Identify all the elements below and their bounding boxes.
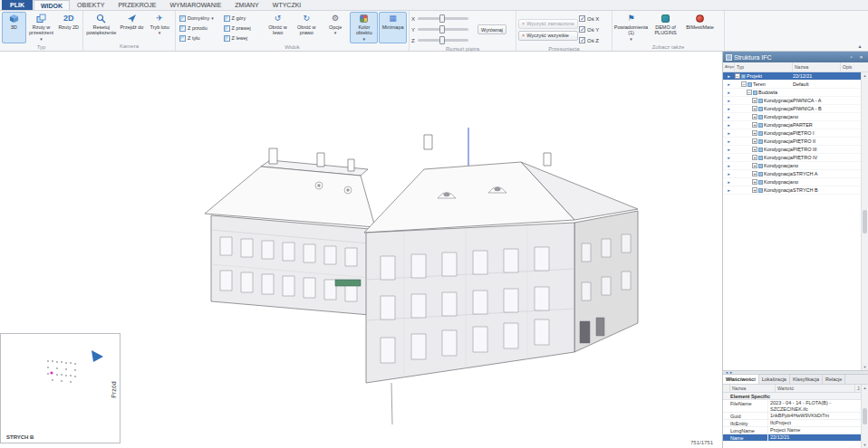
tab-plik[interactable]: PLIK <box>2 0 33 10</box>
tree-row-kondygnacja[interactable]: ▸ +Kondygnacja PIĘTRO III <box>723 146 868 154</box>
expand-node-icon[interactable]: + <box>752 147 757 152</box>
collapse-node-icon[interactable]: − <box>741 81 747 87</box>
column-prop-wartosc[interactable]: Wartość <box>776 385 855 392</box>
row-arrow-icon[interactable]: ▸ <box>723 106 735 111</box>
column-aktywne[interactable]: Aktywne <box>723 62 735 71</box>
clear-all-button[interactable]: × Wyczyść wszystkie <box>518 31 578 41</box>
view-top-button[interactable]: Z góry <box>222 14 264 23</box>
property-row-longname[interactable]: LongName Project Name <box>723 427 868 434</box>
properties-scrollbar[interactable]: ▲ ▼ <box>861 385 868 448</box>
expand-node-icon[interactable]: + <box>752 171 757 176</box>
minimap[interactable]: Przód STRYCH B <box>0 333 121 443</box>
spread-x-slider[interactable] <box>418 17 468 20</box>
spread-z-slider[interactable] <box>418 39 468 42</box>
rotate-left-button[interactable]: ↺ Obróć w lewo <box>264 12 292 43</box>
bimestimate-button[interactable]: BIMestiMate <box>683 12 717 43</box>
expand-node-icon[interactable]: + <box>752 187 757 193</box>
row-arrow-icon[interactable]: ▸ <box>723 130 735 136</box>
tab-lokalizacja[interactable]: Lokalizacja <box>759 375 790 384</box>
expand-node-icon[interactable]: + <box>752 138 757 144</box>
row-arrow-icon[interactable]: ▸ <box>723 114 735 119</box>
collapse-node-icon[interactable]: − <box>735 73 740 79</box>
notifications-button[interactable]: ⚑ Powiadomienia (1) ▾ <box>614 12 648 43</box>
column-opis[interactable]: Opis <box>841 62 868 71</box>
column-nazwa[interactable]: Nazwa <box>793 62 841 71</box>
tree-row-kondygnacja[interactable]: ▸ +Kondygnacja PIĘTRO IV <box>723 154 868 162</box>
structure-scrollbar[interactable]: ▲ ▼ <box>861 72 868 370</box>
tree-row-kondygnacja[interactable]: ▸ +Kondygnacja PIWNICA - B <box>723 105 868 113</box>
tree-row-kondygnacja[interactable]: ▸ +Kondygnacja no <box>723 162 868 170</box>
slider-thumb[interactable] <box>439 36 445 44</box>
view-3d-button[interactable]: 3D <box>2 12 26 43</box>
views-2d-button[interactable]: 2D Rzuty 2D <box>56 12 81 43</box>
view-left-button[interactable]: Z lewej <box>222 33 264 43</box>
row-arrow-icon[interactable]: ▸ <box>723 163 735 168</box>
tree-row-kondygnacja[interactable]: ▸ +Kondygnacja STRYCH B <box>723 186 868 195</box>
row-arrow-icon[interactable]: ▸ <box>723 98 735 103</box>
view-front-button[interactable]: Z przodu <box>178 24 221 33</box>
view-back-button[interactable]: Z tyłu <box>178 33 221 43</box>
tree-row-projekt[interactable]: ▸ −Projekt 22/12/21 <box>723 72 868 81</box>
expand-node-icon[interactable]: + <box>752 98 757 103</box>
tree-row-kondygnacja[interactable]: ▸ +Kondygnacja PIWNICA - A <box>723 97 868 105</box>
tree-row-kondygnacja[interactable]: ▸ +Kondygnacja no <box>723 178 868 186</box>
object-color-button[interactable]: Kolor obiektu ▾ <box>350 12 378 43</box>
row-arrow-icon[interactable]: ▸ <box>723 81 735 87</box>
tree-row-teren[interactable]: ▸ −Teren Default <box>723 81 868 89</box>
row-arrow-icon[interactable]: ▸ <box>723 122 735 128</box>
clear-selected-button[interactable]: × Wyczyść zaznaczone <box>518 19 578 29</box>
align-button[interactable]: Wyrównaj <box>477 24 506 34</box>
scroll-up-icon[interactable]: ▲ <box>863 386 867 390</box>
tab-wymiarowanie[interactable]: WYMIAROWANIE <box>163 0 227 10</box>
rotate-right-button[interactable]: ↻ Obróć w prawo <box>293 12 321 43</box>
row-arrow-icon[interactable]: ▸ <box>723 179 735 185</box>
tab-zmiany[interactable]: ZMIANY <box>228 0 265 10</box>
expand-node-icon[interactable]: + <box>752 122 757 128</box>
scroll-down-icon[interactable]: ▼ <box>863 443 867 447</box>
scrollbar-thumb[interactable] <box>863 210 867 234</box>
row-arrow-icon[interactable]: ▸ <box>723 187 735 193</box>
view-right-button[interactable]: Z prawej <box>222 24 264 33</box>
slider-thumb[interactable] <box>439 14 445 23</box>
tab-widok[interactable]: WIDOK <box>34 0 70 10</box>
collapse-node-icon[interactable]: − <box>747 90 752 95</box>
row-arrow-icon[interactable]: ▸ <box>723 138 735 144</box>
property-row-guid[interactable]: Guid 1nkBPpb4HwW9VKbDiTm <box>723 413 868 420</box>
expand-node-icon[interactable]: + <box>752 179 757 185</box>
ribbon-collapse-button[interactable]: ▴ <box>855 43 864 49</box>
scrollbar-thumb[interactable] <box>863 408 867 424</box>
axis-x-checkbox[interactable]: ✓ Oś X <box>579 14 599 24</box>
reset-zoom-button[interactable]: Resetuj powiększenie <box>85 12 118 43</box>
property-row-ifcentity[interactable]: IfcEntity IfcProject <box>723 420 868 427</box>
tab-relacje[interactable]: Relacje <box>823 375 845 384</box>
row-arrow-icon[interactable]: ▸ <box>723 90 735 95</box>
property-row-filename[interactable]: FileName 2023 - 04 - 14 - FLOTA(B) - SZC… <box>723 400 868 413</box>
panel-close-icon[interactable]: × <box>857 53 865 62</box>
column-typ[interactable]: Typ <box>735 62 793 71</box>
scroll-up-icon[interactable]: ▲ <box>863 73 867 78</box>
tree-row-kondygnacja[interactable]: ▸ +Kondygnacja PARTER <box>723 121 868 129</box>
row-arrow-icon[interactable]: ▸ <box>723 147 735 152</box>
tab-przekroje[interactable]: PRZEKROJE <box>111 0 162 10</box>
row-arrow-icon[interactable]: ▸ <box>723 73 735 79</box>
viewport-3d[interactable]: Przód STRYCH B 751/1751 <box>0 52 722 448</box>
view-default-button[interactable]: Domyślny ▾ <box>178 14 221 23</box>
expand-node-icon[interactable]: + <box>752 106 757 111</box>
expand-node-icon[interactable]: + <box>752 130 757 136</box>
expand-node-icon[interactable]: + <box>752 163 757 168</box>
tree-row-kondygnacja[interactable]: ▸ +Kondygnacja PIĘTRO II <box>723 138 868 146</box>
row-arrow-icon[interactable]: ▸ <box>723 155 735 160</box>
flight-mode-button[interactable]: ✈ Tryb lotu ▾ <box>146 12 173 43</box>
axis-y-checkbox[interactable]: ✓ Oś Y <box>579 24 599 34</box>
tree-row-budowla[interactable]: ▸ −Budowla <box>723 89 868 97</box>
property-row-name[interactable]: Name 22/12/21 <box>723 434 868 442</box>
column-prop-nazwa[interactable]: Nazwa <box>730 385 776 392</box>
go-to-button[interactable]: Przejdź do <box>119 12 146 43</box>
axis-z-checkbox[interactable]: ✓ Oś Z <box>579 35 599 45</box>
row-arrow-icon[interactable]: ▸ <box>723 171 735 176</box>
tree-row-kondygnacja[interactable]: ▸ +Kondygnacja PIĘTRO I <box>723 129 868 138</box>
demo-plugins-button[interactable]: DEMO of PLUGINS <box>649 12 682 43</box>
minimap-button[interactable]: ▦ Minimapa <box>379 12 407 43</box>
tab-wtyczki[interactable]: WTYCZKI <box>266 0 308 10</box>
tree-row-kondygnacja[interactable]: ▸ +Kondygnacja no <box>723 113 868 121</box>
